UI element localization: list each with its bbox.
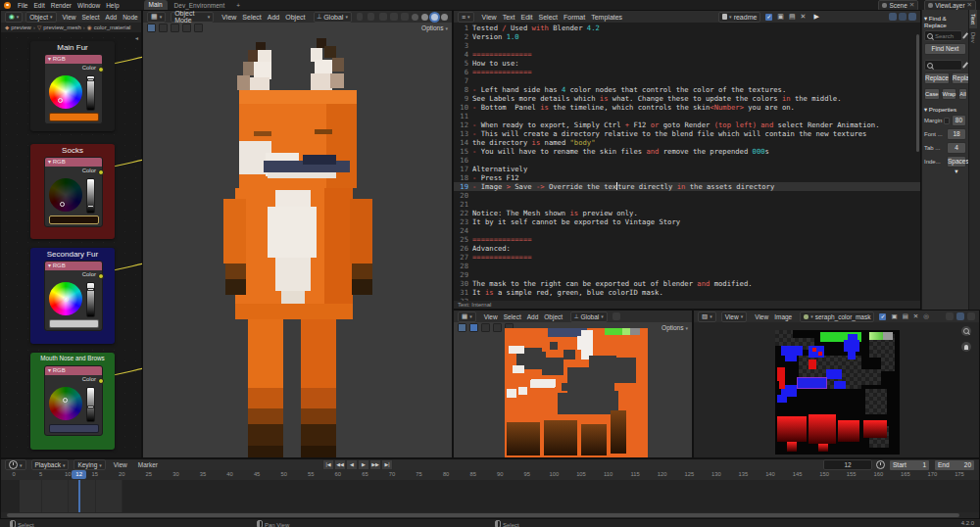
menu-view[interactable]: View	[219, 14, 239, 21]
text-line-1[interactable]: 1Tested / Used with Blender 4.2	[454, 24, 920, 32]
render-slot-icon[interactable]	[956, 312, 964, 320]
node-frame-main-fur[interactable]: Main Fur▾ RGBColor	[30, 41, 115, 131]
shading-material-icon[interactable]	[431, 14, 438, 21]
rgb-node-header[interactable]: ▾ RGB	[45, 262, 102, 270]
image-mode-dropdown[interactable]: View▾	[721, 311, 748, 322]
scene-selector[interactable]: Scene✕	[878, 0, 918, 11]
orientation-dropdown[interactable]: ⟂Global▾	[570, 311, 608, 322]
unlink-image-icon[interactable]: ✕	[913, 312, 918, 320]
color-swatch[interactable]	[49, 113, 99, 121]
editor-type-button[interactable]: ▾	[5, 459, 26, 470]
shading-wireframe-icon[interactable]	[412, 14, 418, 21]
editor-type-button[interactable]: ▦▾	[147, 12, 166, 23]
menu-edit[interactable]: Edit	[518, 14, 536, 21]
workspace-add-button[interactable]: +	[231, 2, 245, 9]
node-frame-mouth-nose-and-brows[interactable]: Mouth Nose and Brows▾ RGBColor	[30, 353, 115, 450]
menu-view[interactable]: View	[111, 461, 130, 468]
editor-type-button[interactable]: ≡▾	[458, 12, 474, 23]
color-swatch[interactable]	[49, 216, 99, 224]
show-gizmo-icon[interactable]	[379, 13, 387, 21]
text-line-19[interactable]: 19- Image > Save -> Override the texture…	[454, 182, 920, 191]
prop-value-margin[interactable]: 80	[952, 115, 966, 126]
text-line-10[interactable]: 10- Bottom Panel is the timeline, which …	[454, 103, 920, 112]
pin-icon[interactable]: ◎	[923, 312, 929, 320]
next-keyframe-button[interactable]: ▶▶	[369, 459, 381, 470]
sidebar-tab-text[interactable]: Text	[969, 10, 977, 28]
new-image-icon[interactable]: ▣	[891, 312, 897, 320]
timeline-scrollbar[interactable]	[7, 513, 959, 517]
rgb-node-header[interactable]: ▾ RGB	[45, 366, 102, 375]
text-line-20[interactable]: 20	[454, 191, 920, 200]
sidebar-toggle-icon-3[interactable]	[908, 13, 916, 21]
fake-user-icon[interactable]: ✓	[879, 313, 886, 320]
sidebar-tab-dev[interactable]: Dev	[969, 28, 977, 47]
text-line-25[interactable]: 25==============	[454, 235, 920, 244]
editor-type-button[interactable]: ▦▾	[458, 311, 476, 322]
jump-to-end-button[interactable]: ▶|	[381, 459, 393, 470]
proportional-edit-icon[interactable]	[368, 13, 374, 21]
toggle-all[interactable]: All	[958, 88, 966, 100]
text-line-12[interactable]: 12- When ready to export, Simply Ctrl + …	[454, 120, 920, 129]
color-output-socket[interactable]	[98, 273, 104, 279]
menu-window[interactable]: Window	[74, 2, 103, 9]
sidebar-toggle-icon-1[interactable]	[889, 13, 897, 21]
text-line-11[interactable]: 11	[454, 112, 920, 120]
value-slider[interactable]	[86, 282, 95, 317]
replace-button[interactable]: Replace	[924, 72, 950, 84]
menu-select[interactable]: Select	[536, 14, 561, 21]
unlink-icon[interactable]: ✕	[967, 1, 972, 9]
node-frame-secondary-fur[interactable]: Secondary Fur▾ RGBColor	[30, 248, 115, 344]
text-line-2[interactable]: 2Version 1.0	[454, 32, 920, 41]
playhead[interactable]: 12	[78, 480, 80, 512]
zoom-in-icon[interactable]	[961, 326, 971, 336]
breadcrumb-preview[interactable]: preview	[11, 24, 31, 30]
text-line-16[interactable]: 16	[454, 156, 920, 165]
blender-logo-icon[interactable]	[4, 2, 11, 9]
cursor-tool-icon[interactable]	[194, 24, 203, 32]
editor-type-button[interactable]: ▨▾	[698, 311, 716, 322]
unlink-icon[interactable]: ✕	[909, 1, 914, 9]
rgb-node-header[interactable]: ▾ RGB	[45, 55, 102, 64]
find-next-button[interactable]: Find Next	[924, 43, 966, 55]
viewlayer-selector[interactable]: ViewLayer✕	[924, 0, 976, 11]
viewport-options-dropdown[interactable]: Options▾	[421, 24, 448, 31]
select-circle-icon[interactable]	[493, 323, 502, 332]
menu-file[interactable]: File	[15, 2, 30, 9]
rgb-node[interactable]: ▾ RGBColor	[44, 261, 103, 331]
open-text-icon[interactable]: ▤	[789, 13, 796, 21]
color-output-socket[interactable]	[98, 67, 104, 72]
unlink-text-icon[interactable]: ✕	[801, 13, 807, 21]
search-input[interactable]: Search	[924, 30, 962, 41]
text-line-30[interactable]: 30The mask to the right can be exported …	[454, 279, 920, 288]
color-swatch[interactable]	[49, 424, 99, 433]
show-overlays-icon[interactable]	[390, 13, 398, 21]
menu-add[interactable]: Add	[265, 14, 282, 21]
text-datablock-dropdown[interactable]: ▾readme	[718, 12, 760, 23]
menu-add[interactable]: Add	[103, 14, 121, 21]
value-slider[interactable]	[86, 178, 95, 214]
menu-view[interactable]: View	[752, 313, 771, 320]
text-line-23[interactable]: 23It by it self cannot be exported to Vi…	[454, 217, 920, 226]
text-line-31[interactable]: 31It is a simple red, green, blue colorI…	[454, 288, 920, 297]
find-replace-panel-title[interactable]: ▾ Find & Replace	[924, 15, 966, 28]
menu-text[interactable]: Text	[500, 14, 518, 21]
new-text-icon[interactable]: ▣	[777, 13, 784, 21]
value-slider[interactable]	[86, 75, 95, 111]
text-line-22[interactable]: 22Notice: The Mesh shown is preview only…	[454, 209, 920, 217]
menu-templates[interactable]: Templates	[588, 14, 625, 21]
rgb-node[interactable]: ▾ RGBColor	[44, 365, 103, 436]
color-wheel[interactable]	[49, 178, 82, 212]
keying-dropdown[interactable]: Keying▾	[74, 459, 105, 470]
prop-value-inde[interactable]: Spaces ▾	[947, 156, 966, 168]
timeline-track[interactable]	[1, 480, 979, 512]
color-output-socket[interactable]	[98, 169, 104, 175]
text-line-5[interactable]: 5How to use:	[454, 59, 920, 68]
text-line-24[interactable]: 24	[454, 226, 920, 235]
text-line-9[interactable]: 9See Labels more details which is what. …	[454, 94, 920, 103]
value-slider-handle[interactable]	[87, 78, 94, 81]
editor-type-button[interactable]: ◉▾	[5, 12, 23, 23]
snap-magnet-icon[interactable]	[357, 13, 364, 21]
auto-keying-icon[interactable]	[876, 460, 885, 469]
text-line-3[interactable]: 3	[454, 41, 920, 50]
select-lasso-icon[interactable]	[182, 24, 191, 32]
